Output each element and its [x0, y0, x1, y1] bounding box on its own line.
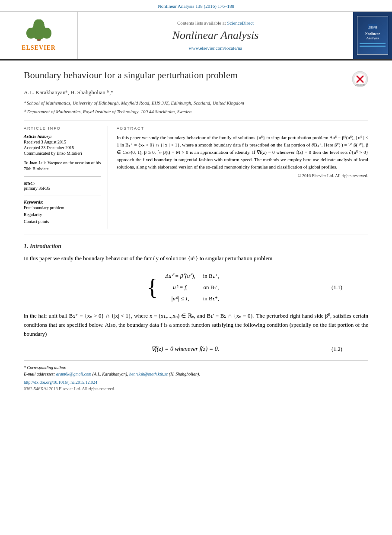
- paper-title: Boundary behaviour for a singular pertur…: [24, 69, 345, 82]
- intro-para2: in the half unit ball B₁⁺ = {xₙ > 0} ∩ {…: [24, 312, 368, 338]
- email2-name: (H. Shahgholian).: [169, 372, 200, 376]
- affiliations: ᵃ School of Mathematics, University of E…: [24, 99, 368, 115]
- equation-1-1-number: (1.1): [321, 284, 342, 291]
- svg-point-3: [42, 28, 51, 38]
- keyword-1: Free boundary problem: [24, 204, 101, 211]
- article-info-section-label: ARTICLE INFO: [24, 126, 101, 131]
- journal-url: www.elsevier.com/locate/na: [189, 45, 242, 51]
- sciencedirect-link[interactable]: ScienceDirect: [227, 20, 254, 25]
- crossmark-icon: CrossMark: [352, 71, 368, 87]
- journal-title-big: Nonlinear Analysis: [172, 29, 259, 42]
- elsevier-logo-box: ELSEVIER: [0, 12, 78, 59]
- divider-line-3: [24, 195, 101, 195]
- footnote-corresponding: * Corresponding author.: [24, 364, 368, 371]
- divider-line-2: [24, 176, 101, 177]
- journal-center: Contents lists available at ScienceDirec…: [78, 12, 353, 59]
- elsevier-name: ELSEVIER: [22, 45, 56, 51]
- abstract-copyright: © 2016 Elsevier Ltd. All rights reserved…: [117, 173, 368, 178]
- doi-line: http://dx.doi.org/10.1016/j.na.2015.12.0…: [24, 380, 368, 385]
- cover-logo-icon: ELSEVIER: [368, 24, 377, 30]
- authors-line: A.L. Karakhanyanᵃ, H. Shahgholian ᵇ,*: [24, 89, 368, 96]
- keywords-label: Keywords:: [24, 200, 101, 204]
- equation-1-1-block: { Δuᴱ = βᴱ(uᴱ), in B₁⁺, uᴱ = f, on B₁′, …: [50, 270, 342, 305]
- svg-point-4: [33, 19, 44, 32]
- abstract-col: ABSTRACT In this paper we study the boun…: [117, 126, 368, 229]
- email-label: E-mail addresses:: [24, 372, 55, 376]
- page-wrapper: Nonlinear Analysis 138 (2016) 176–188 EL…: [0, 0, 392, 535]
- equation-1-2-content: ∇f(z) = 0 whenever f(z) = 0.: [50, 345, 321, 353]
- keyword-3: Contact points: [24, 218, 101, 225]
- article-history: Article history: Received 3 August 2015 …: [24, 134, 101, 156]
- eq1-row1-left: Δuᴱ = βᴱ(uᴱ),: [162, 271, 198, 281]
- footnote-emails: E-mail addresses: aram6k@gmail.com (A.L.…: [24, 371, 368, 377]
- journal-cover-box: ELSEVIER Nonlinear Analysis: [353, 12, 392, 59]
- eq1-row2-right: on B₁′,: [200, 282, 223, 293]
- msc-section: MSC: primary 35R35: [24, 181, 101, 191]
- eq1-row2-left: uᴱ = f,: [162, 282, 198, 293]
- email1-link[interactable]: aram6k@gmail.com: [56, 372, 92, 376]
- svg-text:CrossMark: CrossMark: [355, 83, 366, 86]
- svg-point-2: [26, 28, 35, 38]
- cover-title: Nonlinear Analysis: [365, 32, 380, 41]
- accepted-date: Accepted 23 December 2015: [24, 145, 101, 150]
- email2-link[interactable]: henriksh@math.kth.se: [129, 372, 168, 376]
- citation-text: Nonlinear Analysis 138 (2016) 176–188: [158, 3, 234, 9]
- intro-heading: 1. Introduction: [24, 243, 368, 250]
- equation-1-1-content: { Δuᴱ = βᴱ(uᴱ), in B₁⁺, uᴱ = f, on B₁′, …: [50, 270, 321, 305]
- doi-link[interactable]: http://dx.doi.org/10.1016/j.na.2015.12.0…: [24, 380, 97, 385]
- eq1-row3-left: |uᴱ| ≤ 1,: [162, 293, 198, 304]
- dedication: To Juan-Luis Vazquez on the occasion of …: [24, 160, 101, 172]
- crossmark-badge: CrossMark: [352, 71, 368, 89]
- paper-content: Boundary behaviour for a singular pertur…: [0, 61, 392, 400]
- elsevier-logo-inner: ELSEVIER: [22, 19, 56, 51]
- communicated-by: Communicated by Enzo Mitidieri: [24, 151, 101, 156]
- divider-line-4: [24, 235, 368, 235]
- msc-label: MSC:: [24, 181, 101, 186]
- eq1-row1-right: in B₁⁺,: [200, 271, 223, 281]
- equation-1-2-block: ∇f(z) = 0 whenever f(z) = 0. (1.2): [24, 345, 368, 353]
- corresponding-note: * Corresponding author.: [24, 365, 66, 370]
- affiliation-b: ᵇ Department of Mathematics, Royal Insti…: [24, 108, 368, 116]
- svg-text:ELSEVIER: ELSEVIER: [368, 26, 377, 29]
- abstract-text: In this paper we study the boundary beha…: [117, 134, 368, 171]
- equation-table: Δuᴱ = βᴱ(uᴱ), in B₁⁺, uᴱ = f, on B₁′, |u…: [161, 270, 223, 305]
- affiliation-a: ᵃ School of Mathematics, University of E…: [24, 99, 368, 107]
- keyword-2: Regularity: [24, 211, 101, 218]
- history-label: Article history:: [24, 134, 101, 139]
- divider-line: [24, 121, 368, 121]
- elsevier-tree-icon: [22, 19, 56, 41]
- keywords-section: Keywords: Free boundary problem Regulari…: [24, 200, 101, 225]
- paper-footer: * Corresponding author. E-mail addresses…: [24, 360, 368, 391]
- intro-section: 1. Introduction In this paper we study t…: [24, 243, 368, 353]
- abstract-section-label: ABSTRACT: [117, 126, 368, 131]
- email1-name: (A.L. Karakhanyan),: [92, 372, 128, 376]
- citation-bar: Nonlinear Analysis 138 (2016) 176–188: [0, 0, 392, 12]
- paper-title-row: Boundary behaviour for a singular pertur…: [24, 69, 368, 89]
- two-column-section: ARTICLE INFO Article history: Received 3…: [24, 126, 368, 229]
- left-brace-icon: {: [147, 275, 158, 299]
- received-date: Received 3 August 2015: [24, 140, 101, 144]
- svg-rect-5: [37, 39, 40, 41]
- journal-cover-inner: ELSEVIER Nonlinear Analysis: [357, 16, 388, 55]
- eq1-row3-right: in B₁⁺,: [200, 293, 223, 304]
- contents-line: Contents lists available at ScienceDirec…: [177, 20, 254, 25]
- journal-header: ELSEVIER Contents lists available at Sci…: [0, 12, 392, 61]
- equation-1-2-number: (1.2): [321, 346, 342, 353]
- article-info-col: ARTICLE INFO Article history: Received 3…: [24, 126, 108, 229]
- footer-copyright: 0362-546X/© 2016 Elsevier Ltd. All right…: [24, 386, 368, 391]
- intro-para1: In this paper we study the boundary beha…: [24, 254, 368, 263]
- msc-primary: primary 35R35: [24, 186, 101, 191]
